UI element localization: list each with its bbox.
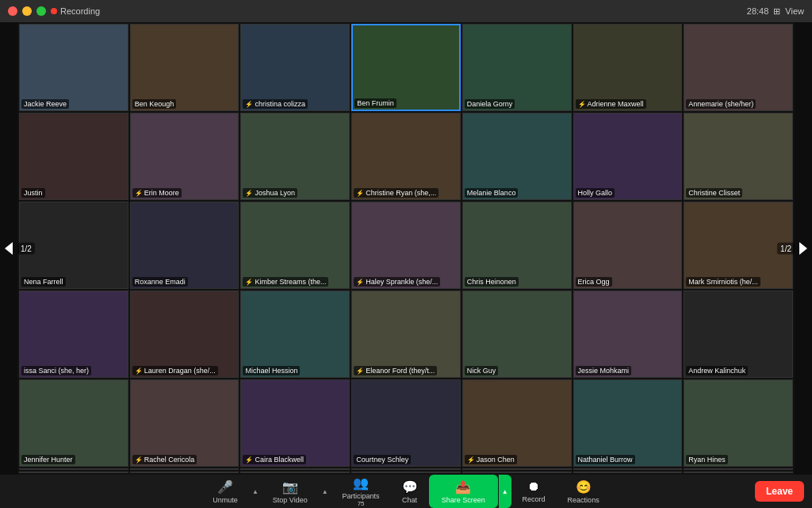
video-cell-beth-niegelsky[interactable]: ⚡ Beth Niegelsky bbox=[130, 471, 239, 473]
participant-name-annemarie: Annemarie (she/her) bbox=[686, 99, 756, 109]
video-cell-ryan-hines[interactable]: Ryan Hines bbox=[684, 379, 793, 467]
video-cell-arriana-vasquez[interactable]: ⚡ Arriana Vasquez bbox=[240, 468, 350, 470]
video-cell-christina-colizza[interactable]: ⚡ christina colizza bbox=[240, 24, 350, 111]
video-cell-caleb-chin[interactable]: ⚡ Caleb Chin bbox=[130, 468, 239, 470]
video-cell-daniela-gorny[interactable]: Daniela Gorny bbox=[462, 24, 572, 111]
video-cell-melanie-blanco[interactable]: Melanie Blanco bbox=[462, 113, 572, 200]
maximize-button[interactable] bbox=[36, 6, 46, 16]
video-cell-michael-hession[interactable]: Michael Hession bbox=[240, 291, 350, 378]
video-cell-sarah-macreading[interactable]: Sarah MacReading ⚡ bbox=[573, 471, 683, 473]
close-button[interactable] bbox=[8, 6, 17, 16]
reactions-button[interactable]: 😊 Reactions bbox=[557, 475, 611, 508]
participant-name-jason-chen: ⚡ Jason Chen bbox=[465, 455, 517, 464]
chat-button[interactable]: 💬 Chat bbox=[391, 475, 429, 508]
share-caret[interactable]: ▲ bbox=[499, 475, 511, 508]
video-cell-joshua-lyon[interactable]: ⚡ Joshua Lyon bbox=[240, 113, 350, 200]
participant-name-haley-sprankle: ⚡ Haley Sprankle (she/... bbox=[354, 277, 440, 287]
right-arrow-icon bbox=[799, 242, 807, 255]
video-cell-holly-gallo[interactable]: Holly Gallo bbox=[573, 113, 683, 200]
participant-name-nick-guy: Nick Guy bbox=[465, 366, 499, 375]
participant-name-ben-keough: Ben Keough bbox=[132, 99, 177, 109]
video-cell-arthur-gies[interactable]: Arthur Gies ⚡ bbox=[19, 471, 128, 473]
video-cell-haley-sprankle[interactable]: ⚡ Haley Sprankle (she/... bbox=[351, 202, 461, 289]
video-cell-jackie-reeve[interactable]: Jackie Reeve bbox=[19, 24, 128, 111]
participant-name-melanie-blanco: Melanie Blanco bbox=[465, 188, 519, 198]
stop-video-button[interactable]: 📷 Stop Video bbox=[262, 475, 319, 508]
video-cell-andrew-kalinchuk[interactable]: Andrew Kalinchuk bbox=[684, 291, 793, 378]
participant-name-jennifer-hunter: Jennifer Hunter bbox=[21, 455, 75, 464]
video-grid: Jackie Reeve Ben Keough ⚡ christina coli… bbox=[17, 22, 795, 475]
video-cell-jennifer-hunter[interactable]: Jennifer Hunter bbox=[19, 379, 128, 467]
participant-name-ben-frumin: Ben Frumin bbox=[354, 98, 396, 108]
video-cell-ben-frumin[interactable]: Ben Frumin bbox=[351, 24, 461, 111]
video-caret[interactable]: ▲ bbox=[319, 475, 331, 508]
video-cell-melissa-gilkey[interactable]: ⚡ Melissa Gilkey bbox=[351, 468, 461, 470]
participant-name-daniela-gorny: Daniela Gorny bbox=[465, 99, 515, 109]
mute-icon: ⚡ bbox=[245, 279, 253, 286]
video-cell-brent-butterworth[interactable]: Brent Butterworth ⚡ bbox=[240, 471, 350, 473]
video-cell-christine-clisset[interactable]: Christine Clisset bbox=[684, 113, 793, 200]
participant-big-name-sarah-macreading: Sarah MacReading bbox=[573, 471, 683, 473]
unmute-caret[interactable]: ▲ bbox=[249, 475, 262, 508]
titlebar: Recording 28:48 ⊞ View bbox=[0, 0, 812, 22]
video-cell-erin-moore[interactable]: ⚡ Erin Moore bbox=[130, 113, 239, 200]
next-page-button[interactable] bbox=[795, 22, 812, 475]
view-label[interactable]: View bbox=[785, 6, 804, 16]
video-cell-erica-ogg[interactable]: Erica Ogg bbox=[573, 202, 683, 289]
titlebar-left: Recording bbox=[8, 6, 100, 16]
video-cell-annemarie[interactable]: Annemarie (she/her) bbox=[684, 24, 793, 111]
video-cell-lauren-dragan[interactable]: ⚡ Lauren Dragan (she/... bbox=[130, 291, 239, 378]
video-cell-tracy-yee-vaught[interactable]: ⚡ Tracy Yee-Vaught bbox=[573, 468, 683, 470]
video-cell-nancy-redd[interactable]: ⚡ Nancy Redd bbox=[351, 471, 461, 473]
video-cell-adrienne-maxwell[interactable]: ⚡ Adrienne Maxwell bbox=[573, 24, 683, 111]
video-cell-harry-sawyers[interactable]: Harry Sawyers bbox=[19, 468, 128, 470]
video-cell-caira-blackwell[interactable]: ⚡ Caira Blackwell bbox=[240, 379, 350, 467]
mute-icon: ⚡ bbox=[356, 190, 364, 197]
minimize-button[interactable] bbox=[22, 6, 32, 16]
video-cell-nena-farrell[interactable]: Nena Farrell bbox=[19, 202, 128, 289]
participants-button[interactable]: 👥 Participants 75 bbox=[331, 475, 391, 508]
participant-name-holly-gallo: Holly Gallo bbox=[576, 188, 615, 198]
mute-icon: ⚡ bbox=[135, 368, 143, 375]
prev-page-button[interactable] bbox=[0, 22, 17, 475]
unmute-label: Unmute bbox=[213, 496, 238, 504]
video-cell-eleanor-ford[interactable]: ⚡ Eleanor Ford (they/t... bbox=[351, 291, 461, 378]
record-button[interactable]: ⏺ Record bbox=[511, 475, 557, 508]
mute-icon: ⚡ bbox=[356, 368, 364, 375]
video-cell-tim-barribeau[interactable]: Tim Barribeau (he/... ⚡ bbox=[684, 471, 793, 473]
video-cell-justin[interactable]: Justin bbox=[19, 113, 128, 200]
reactions-label: Reactions bbox=[568, 496, 599, 504]
leave-button[interactable]: Leave bbox=[755, 481, 804, 502]
video-cell-jason-chen[interactable]: ⚡ Jason Chen bbox=[462, 379, 572, 467]
participant-name-lauren-dragan: ⚡ Lauren Dragan (she/... bbox=[132, 366, 218, 375]
participant-name-issa-sanci: issa Sanci (she, her) bbox=[21, 366, 91, 375]
video-cell-courtney-schley[interactable]: Courtney Schley bbox=[351, 379, 461, 467]
grid-icon[interactable]: ⊞ bbox=[773, 6, 780, 17]
video-cell-kimber-streams[interactable]: ⚡ Kimber Streams (the... bbox=[240, 202, 350, 289]
video-cell-issa-sanci[interactable]: issa Sanci (she, her) bbox=[19, 291, 128, 378]
participant-name-christine-clisset: Christine Clisset bbox=[686, 188, 742, 198]
video-cell-nick-guy[interactable]: Nick Guy bbox=[462, 291, 572, 378]
video-cell-ben-keough[interactable]: Ben Keough bbox=[130, 24, 239, 111]
video-cell-thom-dunn[interactable]: Thom Dunn ⚡ bbox=[462, 471, 572, 473]
video-cell-rachel-cericola[interactable]: ⚡ Rachel Cericola bbox=[130, 379, 239, 467]
share-screen-button[interactable]: 📤 Share Screen bbox=[429, 475, 498, 508]
video-cell-chris-heinonen[interactable]: Chris Heinonen bbox=[462, 202, 572, 289]
unmute-button[interactable]: 🎤 Unmute bbox=[201, 475, 249, 508]
left-arrow-icon bbox=[5, 242, 13, 255]
video-cell-nathaniel-burrow[interactable]: Nathaniel Burrow bbox=[573, 379, 683, 467]
participant-name-courtney-schley: Courtney Schley bbox=[354, 455, 411, 464]
mute-icon: ⚡ bbox=[135, 456, 143, 464]
video-cell-roxanne-emadi[interactable]: Roxanne Emadi bbox=[130, 202, 239, 289]
mic-icon: 🎤 bbox=[217, 479, 233, 495]
video-cell-ellen-airhart[interactable]: ⚡ Ellen Airhart bbox=[462, 468, 572, 470]
participant-name-nena-farrell: Nena Farrell bbox=[21, 277, 66, 287]
video-cell-hunter-boone[interactable]: Hunter Boone bbox=[684, 468, 793, 470]
toolbar: 🎤 Unmute ▲ 📷 Stop Video ▲ 👥 Participants… bbox=[0, 475, 812, 508]
video-cell-jessie-mohkami[interactable]: Jessie Mohkami bbox=[573, 291, 683, 378]
participant-big-name-brent-butterworth: Brent Butterworth bbox=[241, 471, 350, 473]
recording-dot bbox=[51, 8, 57, 14]
video-cell-christine-ryan[interactable]: ⚡ Christine Ryan (she,... bbox=[351, 113, 461, 200]
participant-name-ryan-hines: Ryan Hines bbox=[686, 455, 728, 464]
participant-name-nathaniel-burrow: Nathaniel Burrow bbox=[576, 455, 635, 464]
